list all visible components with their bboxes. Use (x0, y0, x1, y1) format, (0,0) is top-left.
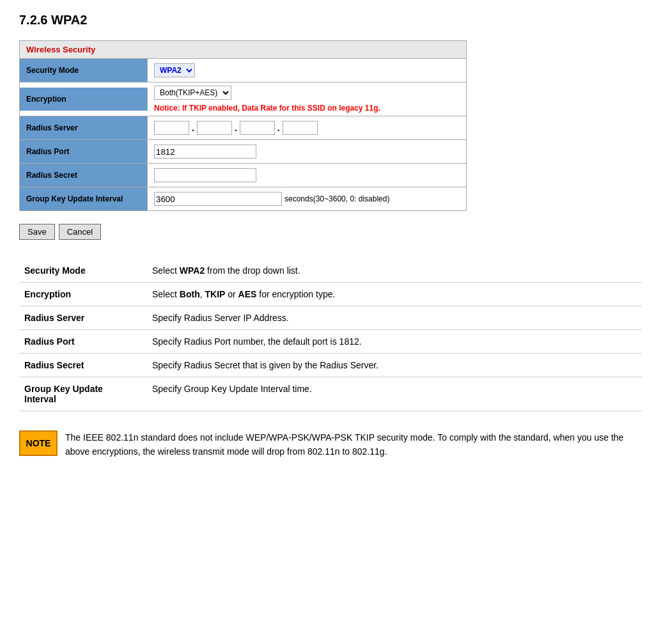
desc-row-radius-server: Radius Server Specify Radius Server IP A… (19, 306, 642, 330)
group-key-update-interval-unit: seconds(30~3600, 0: disabled) (284, 194, 389, 203)
radius-secret-input[interactable] (154, 168, 256, 182)
desc-def-radius-secret: Specify Radius Secret that is given by t… (147, 354, 642, 377)
desc-def-radius-server: Specify Radius Server IP Address. (147, 306, 642, 330)
desc-row-group-key: Group Key UpdateInterval Specify Group K… (19, 377, 642, 411)
radius-secret-label: Radius Secret (20, 164, 148, 187)
desc-term-radius-port: Radius Port (19, 330, 147, 354)
group-key-update-interval-row: Group Key Update Interval seconds(30~360… (20, 187, 466, 210)
desc-term-radius-secret: Radius Secret (19, 354, 147, 377)
radius-port-value (148, 141, 466, 162)
security-mode-select[interactable]: WPA2 WPA WEP None (154, 63, 195, 77)
ip-dot-1: . (192, 123, 194, 133)
radius-server-row: Radius Server . . . (20, 116, 466, 140)
button-area: Save Cancel (19, 224, 642, 240)
desc-row-security-mode: Security Mode Select WPA2 from the drop … (19, 259, 642, 283)
radius-server-ip4[interactable] (283, 121, 318, 135)
radius-port-label: Radius Port (20, 140, 148, 163)
desc-def-radius-port: Specify Radius Port number, the default … (147, 330, 642, 354)
desc-term-group-key: Group Key UpdateInterval (19, 377, 147, 411)
radius-port-row: Radius Port (20, 140, 466, 164)
radius-server-ip1[interactable] (154, 121, 189, 135)
desc-def-encryption: Select Both, TKIP or AES for encryption … (147, 283, 642, 306)
note-icon: NOTE (19, 430, 58, 456)
page-title: 7.2.6 WPA2 (19, 13, 642, 27)
radius-secret-row: Radius Secret (20, 164, 466, 187)
security-mode-value: WPA2 WPA WEP None (148, 60, 466, 81)
group-key-update-interval-label: Group Key Update Interval (20, 187, 148, 210)
description-table: Security Mode Select WPA2 from the drop … (19, 259, 642, 411)
note-text: The IEEE 802.11n standard does not inclu… (65, 430, 642, 459)
radius-port-input[interactable] (154, 145, 256, 159)
group-key-update-interval-input[interactable] (154, 192, 282, 206)
radius-secret-value (148, 165, 466, 185)
desc-def-group-key: Specify Group Key Update Interval time. (147, 377, 642, 411)
ip-dot-2: . (235, 123, 237, 133)
radius-server-label: Radius Server (20, 116, 148, 139)
encryption-notice: Notice: If TKIP enabled, Data Rate for t… (154, 104, 460, 113)
security-mode-row: Security Mode WPA2 WPA WEP None (20, 59, 466, 82)
desc-row-radius-secret: Radius Secret Specify Radius Secret that… (19, 354, 642, 377)
radius-server-ip2[interactable] (197, 121, 232, 135)
desc-term-encryption: Encryption (19, 283, 147, 306)
desc-term-security-mode: Security Mode (19, 259, 147, 283)
cancel-button[interactable]: Cancel (59, 224, 101, 240)
desc-row-radius-port: Radius Port Specify Radius Port number, … (19, 330, 642, 354)
save-button[interactable]: Save (19, 224, 55, 240)
group-key-update-interval-value: seconds(30~3600, 0: disabled) (148, 189, 466, 209)
encryption-label: Encryption (20, 88, 148, 111)
desc-term-radius-server: Radius Server (19, 306, 147, 330)
desc-row-encryption: Encryption Select Both, TKIP or AES for … (19, 283, 642, 306)
security-mode-label: Security Mode (20, 59, 148, 82)
ip-dot-3: . (277, 123, 280, 133)
encryption-value: Both(TKIP+AES) TKIP AES Notice: If TKIP … (148, 82, 466, 116)
note-section: NOTE The IEEE 802.11n standard does not … (19, 430, 642, 459)
wireless-security-table: Wireless Security Security Mode WPA2 WPA… (19, 40, 467, 211)
note-icon-text: NOTE (26, 438, 51, 448)
desc-def-security-mode: Select WPA2 from the drop down list. (147, 259, 642, 283)
encryption-select[interactable]: Both(TKIP+AES) TKIP AES (154, 86, 231, 100)
wireless-security-header: Wireless Security (20, 41, 466, 59)
radius-server-ip3[interactable] (240, 121, 275, 135)
radius-server-value: . . . (148, 118, 466, 138)
encryption-row: Encryption Both(TKIP+AES) TKIP AES Notic… (20, 82, 466, 116)
